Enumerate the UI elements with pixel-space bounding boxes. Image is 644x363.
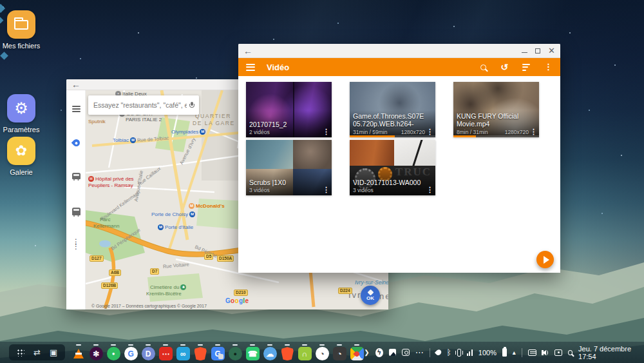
- apps-grid-button[interactable]: [17, 349, 24, 357]
- map-poi-icon: M: [158, 224, 164, 230]
- video-grid: 20170715_22 vidéos⋮Game.of.Thrones.S07E …: [238, 76, 560, 273]
- search-button[interactable]: [480, 64, 486, 70]
- recents-button[interactable]: ⇄: [33, 348, 41, 357]
- vibrate-icon[interactable]: [457, 349, 461, 357]
- map-label: Cimetière du♣: [150, 284, 186, 290]
- bluetooth-icon[interactable]: ᛒ: [446, 349, 451, 357]
- traffic-button[interactable]: [66, 173, 86, 179]
- maximize-button[interactable]: [535, 48, 540, 54]
- map-label: OlympiadesM: [171, 129, 205, 135]
- camera-app-icon[interactable]: [402, 349, 409, 356]
- thumb-cell: [293, 140, 332, 169]
- location-icon[interactable]: [435, 349, 442, 357]
- clock-app-taskbar-button[interactable]: ◔: [315, 344, 329, 361]
- red-dots-app-icon: ⋯: [159, 347, 173, 360]
- dark-green-app-taskbar-button[interactable]: ●: [228, 344, 242, 361]
- map-search-box[interactable]: Essayez "restaurants", "café", etc.: [88, 95, 199, 115]
- desktop-icon-gallery[interactable]: ✿ Galerie: [0, 137, 43, 176]
- video-meta: 8min / 31min1280x720: [457, 129, 529, 135]
- map-label: QUARTIER: [195, 113, 231, 119]
- history-button[interactable]: ↺: [500, 63, 508, 72]
- google-logo-letter: G: [225, 297, 231, 304]
- hamburger-icon: [72, 104, 80, 113]
- sort-button[interactable]: [522, 62, 530, 72]
- google-translate-taskbar-button[interactable]: G: [211, 344, 225, 361]
- running-indicator: [319, 344, 325, 346]
- video-card-folder-vid-20171013[interactable]: TRUCVID-20171013-WA0003 vidéos⋮: [350, 140, 435, 195]
- road-badge: D150A: [217, 255, 234, 262]
- folder-icon: [14, 20, 28, 30]
- keyboard-icon[interactable]: [528, 349, 536, 356]
- microphone-icon[interactable]: [189, 102, 194, 109]
- vlc-taskbar-button[interactable]: [71, 344, 86, 361]
- back-arrow-icon[interactable]: ←: [71, 80, 80, 89]
- maps-sidebar: ⋮⋮: [66, 90, 86, 309]
- battery-icon[interactable]: [502, 348, 507, 357]
- brave-taskbar-button[interactable]: [193, 344, 207, 361]
- chat-app-taskbar-button[interactable]: ●: [106, 344, 120, 361]
- history-icon: ↺: [500, 63, 508, 72]
- slack-taskbar-button[interactable]: ✻: [89, 344, 103, 361]
- map-label: Kremlin-Bicêtre: [146, 291, 182, 297]
- video-card-video-kung-fury[interactable]: KUNG FURY Official Movie.mp48min / 31min…: [453, 82, 539, 137]
- map-attribution: © Google 2017 – Données cartographiques …: [91, 304, 207, 308]
- more-options-button[interactable]: ⋮⋮: [66, 240, 86, 249]
- tray-collapse-icon[interactable]: ▴: [513, 349, 516, 356]
- play-all-fab[interactable]: [536, 251, 554, 268]
- hamburger-menu-button[interactable]: [246, 62, 255, 72]
- google-translate-icon: G: [211, 347, 225, 360]
- video-card-folder-scrubs[interactable]: Scrubs |1X03 vidéos⋮: [246, 140, 332, 195]
- tray-more-icon[interactable]: ⋯: [415, 348, 424, 357]
- tray-expand-icon[interactable]: ❯: [364, 349, 369, 356]
- transit-button[interactable]: [66, 208, 86, 215]
- minimize-button[interactable]: [522, 52, 527, 53]
- video-card-video-game-of-thrones[interactable]: Game.of.Thrones.S07E 05.720p.WEB.h264-31…: [350, 82, 435, 137]
- volume-icon[interactable]: [542, 350, 546, 355]
- discord-taskbar-button[interactable]: D: [141, 344, 155, 361]
- battery-percent-label[interactable]: 100%: [478, 349, 497, 357]
- road-badge: D127: [90, 255, 104, 262]
- item-menu-icon[interactable]: ⋮: [426, 130, 433, 134]
- google-logo: Google: [225, 297, 249, 304]
- item-menu-icon[interactable]: ⋮: [530, 130, 537, 134]
- google-maps-icon: [350, 347, 364, 360]
- thumb-cell: [394, 140, 435, 166]
- brave-2-icon: [281, 347, 294, 360]
- back-arrow-icon[interactable]: ←: [243, 46, 252, 55]
- gallery-preview-icon[interactable]: [389, 349, 397, 356]
- timer-app-taskbar-button[interactable]: ◔: [332, 344, 346, 361]
- item-menu-icon[interactable]: ⋮: [323, 130, 330, 134]
- video-title: Scrubs |1X0: [249, 179, 321, 186]
- running-indicator: [128, 344, 133, 346]
- screen-capture-icon[interactable]: [554, 349, 562, 356]
- messenger-icon[interactable]: ϟ: [375, 348, 383, 357]
- video-meta: 3 vidéos: [353, 187, 425, 193]
- google-taskbar-button[interactable]: G: [124, 344, 138, 361]
- ok-directions-button[interactable]: OK: [361, 286, 380, 305]
- road-badge: D224: [338, 288, 352, 294]
- running-indicator: [285, 344, 290, 346]
- google-maps-taskbar-button[interactable]: [350, 344, 364, 361]
- cloud-app-taskbar-button[interactable]: ☁: [263, 344, 277, 361]
- android-app-taskbar-button[interactable]: ∩: [298, 344, 312, 361]
- item-menu-icon[interactable]: ⋮: [426, 188, 433, 192]
- search-icon[interactable]: [568, 350, 573, 355]
- overflow-menu-button[interactable]: ⋮: [544, 64, 553, 69]
- phone-taskbar-button[interactable]: ☎: [245, 344, 260, 361]
- show-desktop-button[interactable]: ▣: [50, 348, 57, 357]
- desktop-icon-my-files[interactable]: Mes fichiers: [0, 10, 43, 50]
- item-menu-icon[interactable]: ⋮: [323, 188, 330, 192]
- running-indicator: [76, 344, 81, 346]
- menu-button[interactable]: [66, 104, 86, 113]
- clock-label[interactable]: Jeu. 7 décembre 17:54: [578, 345, 640, 360]
- close-button[interactable]: ✕: [548, 46, 555, 55]
- red-dots-app-taskbar-button[interactable]: ⋯: [158, 344, 173, 361]
- video-card-folder-20170715[interactable]: 20170715_22 vidéos⋮: [246, 82, 332, 137]
- my-location-button[interactable]: [66, 139, 86, 146]
- vlc-titlebar: ← ✕: [238, 44, 560, 58]
- desktop-icon-settings[interactable]: ⚙ Paramètres: [0, 94, 43, 133]
- brave-2-taskbar-button[interactable]: [280, 344, 294, 361]
- cassette-app-taskbar-button[interactable]: ∞: [176, 344, 190, 361]
- signal-icon[interactable]: [467, 349, 473, 356]
- running-indicator: [180, 344, 185, 346]
